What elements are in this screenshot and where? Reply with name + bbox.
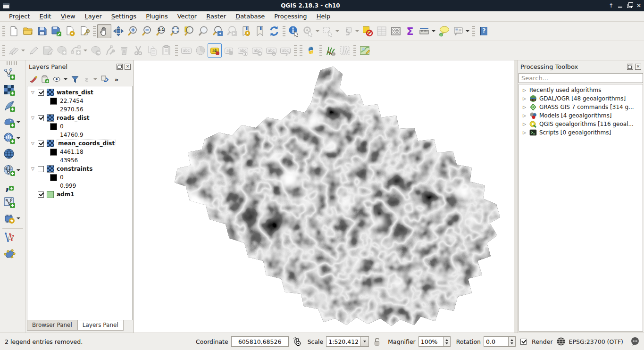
grass-tools-button[interactable] [324, 43, 338, 58]
map-canvas[interactable] [134, 60, 514, 333]
diagram-button[interactable] [193, 43, 208, 58]
tree-item-scripts[interactable]: ▷ Scripts [0 geoalgorithms] [519, 128, 643, 137]
zoom-out-button[interactable] [140, 24, 154, 38]
text-annotation-button[interactable] [451, 24, 465, 38]
label-abc-button[interactable]: abc [179, 43, 193, 58]
spin-arrows[interactable] [508, 336, 516, 347]
new-bookmark-button[interactable] [239, 24, 253, 38]
new-shapefile-layer-button[interactable] [2, 194, 24, 210]
plugin-topology-icon[interactable] [2, 230, 24, 246]
layer-row-constraints[interactable]: ▽ constraints [27, 165, 132, 173]
spin-down-icon[interactable] [445, 342, 448, 344]
toggle-editing-button[interactable] [26, 43, 41, 58]
open-attribute-table-button[interactable] [375, 24, 389, 38]
expander-open-icon[interactable]: ▽ [31, 90, 38, 95]
expander-closed-icon[interactable]: ▷ [523, 96, 529, 101]
expander-closed-icon[interactable]: ▷ [523, 122, 529, 126]
toolbar-grip-icon[interactable] [7, 61, 17, 65]
cut-features-button[interactable] [131, 43, 145, 58]
menu-edit[interactable]: Edit [35, 12, 56, 21]
layer-row-waters-dist[interactable]: ▽ waters_dist [27, 88, 132, 97]
magnifier-spinbox[interactable] [418, 336, 451, 347]
toolbar-grip-icon[interactable] [293, 45, 297, 56]
spin-up-icon[interactable] [445, 339, 448, 341]
close-window-icon[interactable]: ✕ [636, 3, 641, 8]
scale-lock-icon[interactable] [372, 336, 382, 347]
magnifier-input[interactable] [418, 336, 443, 347]
scale-input[interactable] [326, 336, 360, 347]
float-panel-icon[interactable] [117, 64, 123, 70]
select-by-expression-button[interactable] [341, 24, 355, 38]
node-tool-button[interactable] [103, 43, 117, 58]
add-wms-layer-button[interactable] [2, 130, 24, 146]
scale-combobox[interactable] [326, 336, 369, 347]
expand-collapse-all-button[interactable] [99, 74, 110, 85]
mouse-position-toggle-icon[interactable] [292, 336, 302, 347]
run-feature-action-button[interactable] [301, 24, 315, 38]
open-layer-styling-button[interactable] [28, 74, 39, 85]
wms-dropdown-icon[interactable] [17, 137, 20, 139]
move-feature-button[interactable] [89, 43, 103, 58]
circular-string-dropdown-icon[interactable] [84, 50, 87, 51]
layer-name[interactable]: waters_dist [57, 89, 93, 96]
expander-open-icon[interactable]: ▽ [31, 116, 38, 120]
add-raster-layer-button[interactable] [2, 82, 24, 98]
plugin-geometry-checker-icon[interactable] [2, 246, 24, 262]
filter-by-expression-button[interactable]: ε [81, 74, 92, 85]
menu-vector[interactable]: Vector [173, 12, 201, 21]
grass-region-button[interactable] [338, 43, 352, 58]
delete-selected-button[interactable] [117, 43, 131, 58]
field-calculator-button[interactable] [389, 24, 403, 38]
layer-name-selected[interactable]: mean_coords_dist [57, 140, 116, 147]
expander-closed-icon[interactable]: ▷ [523, 105, 529, 109]
visibility-dropdown-icon[interactable] [64, 78, 67, 80]
toolbar-grip-icon[interactable] [353, 45, 357, 56]
feature-action-dropdown-icon[interactable] [316, 30, 319, 32]
scale-dropdown-button[interactable] [360, 336, 369, 347]
circular-string-button[interactable] [69, 43, 83, 58]
add-postgis-layer-button[interactable] [2, 114, 24, 130]
select-features-button[interactable] [321, 24, 335, 38]
new-virtual-layer-button[interactable] [2, 210, 24, 226]
tree-item-grass7[interactable]: ▷ GRASS GIS 7 commands [314 g... [519, 103, 643, 111]
expander-closed-icon[interactable]: ▷ [523, 113, 529, 118]
menu-database[interactable]: Database [231, 12, 269, 21]
render-checkbox-checked-icon[interactable] [520, 339, 527, 345]
save-project-button[interactable] [35, 24, 49, 38]
tree-item-qgis-geoalgorithms[interactable]: ▷ QGIS geoalgorithms [116 geoal... [519, 120, 643, 128]
rotation-spinbox[interactable] [484, 336, 516, 347]
current-edits-dropdown-icon[interactable] [21, 50, 25, 51]
tree-item-gdal-ogr[interactable]: ▷ GDAL/OGR [48 geoalgorithms] [519, 94, 643, 103]
tree-item-recently-used[interactable]: ▷ Recently used algorithms [519, 86, 643, 94]
rotation-input[interactable] [484, 336, 508, 347]
add-spatialite-layer-button[interactable] [2, 98, 24, 114]
expression-filter-dropdown-icon[interactable] [93, 78, 97, 80]
pan-to-selection-button[interactable] [111, 24, 125, 38]
open-project-button[interactable] [21, 24, 35, 38]
measure-button[interactable] [417, 24, 431, 38]
paste-features-button[interactable] [159, 43, 174, 58]
close-panel-icon[interactable]: ✕ [125, 64, 131, 70]
label-visibility-button[interactable]: abc [236, 43, 250, 58]
label-rotate-button[interactable]: abc [264, 43, 278, 58]
annotation-dropdown-icon[interactable] [466, 30, 469, 32]
layer-labeling-options-button[interactable]: ab [208, 43, 222, 58]
current-edits-button[interactable] [7, 43, 21, 58]
add-feature-button[interactable] [55, 43, 69, 58]
new-project-button[interactable] [7, 24, 21, 38]
virtual-layer-dropdown-icon[interactable] [17, 217, 20, 219]
layer-checkbox-checked-icon[interactable] [38, 90, 44, 96]
close-panel-icon[interactable]: ✕ [635, 64, 641, 70]
layer-checkbox-checked-icon[interactable] [38, 192, 44, 198]
label-edit-button[interactable]: abc [278, 43, 293, 58]
add-group-button[interactable] [40, 74, 51, 85]
tab-layers-panel[interactable]: Layers Panel [77, 320, 124, 331]
manage-visibility-button[interactable] [51, 74, 63, 85]
refresh-map-button[interactable] [267, 24, 281, 38]
python-console-button[interactable] [304, 43, 318, 58]
zoom-native-button[interactable]: 1:1 [154, 24, 168, 38]
map-tips-button[interactable] [437, 24, 451, 38]
add-wcs-layer-button[interactable] [2, 146, 24, 162]
menu-raster[interactable]: Raster [202, 12, 230, 21]
select-expression-dropdown-icon[interactable] [355, 30, 359, 32]
